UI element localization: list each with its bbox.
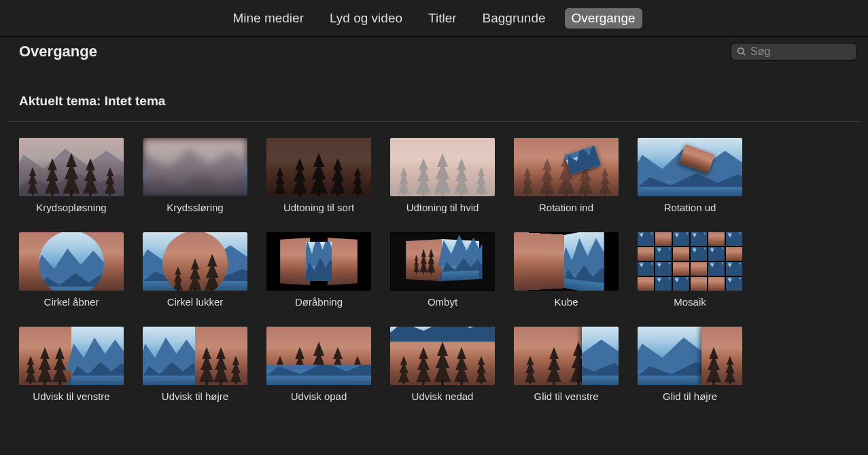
transition-item[interactable]: Mosaik	[638, 232, 742, 308]
transition-item[interactable]: Krydsopløsning	[19, 138, 124, 213]
transition-item[interactable]: Ombyt	[390, 232, 495, 308]
transition-label: Krydsopløsning	[19, 202, 124, 213]
tab-backgrounds[interactable]: Baggrunde	[476, 8, 553, 29]
transition-item[interactable]: Udvisk til venstre	[19, 327, 124, 402]
transition-label: Rotation ind	[514, 202, 619, 213]
transition-thumb	[266, 327, 371, 385]
transition-label: Krydssløring	[143, 202, 247, 213]
transition-thumb	[390, 232, 495, 291]
transition-label: Glid til højre	[638, 390, 742, 402]
transition-label: Udvisk til venstre	[19, 390, 124, 402]
transition-thumb	[638, 138, 742, 196]
transition-thumb	[19, 138, 124, 196]
transition-thumb	[19, 232, 124, 291]
transition-label: Udtoning til hvid	[390, 202, 495, 213]
transition-thumb	[514, 232, 619, 291]
transition-item[interactable]: Udvisk opad	[266, 327, 371, 402]
transition-label: Glid til venstre	[514, 390, 619, 402]
search-icon	[737, 47, 746, 56]
transition-item[interactable]: Glid til højre	[638, 327, 742, 402]
current-theme-label: Aktuelt tema: Intet tema	[0, 67, 868, 121]
transition-label: Mosaik	[638, 296, 742, 308]
transition-label: Udvisk til højre	[143, 390, 247, 402]
browser-subheader: Overgange	[0, 37, 868, 67]
transition-item[interactable]: Krydssløring	[143, 138, 247, 213]
transition-thumb	[143, 327, 247, 385]
transition-label: Cirkel lukker	[143, 296, 247, 308]
transition-thumb	[266, 138, 371, 196]
transition-item[interactable]: Udtoning til hvid	[390, 138, 495, 213]
transition-thumb	[514, 327, 619, 385]
tab-my-media[interactable]: Mine medier	[226, 8, 311, 29]
transition-item[interactable]: Udtoning til sort	[266, 138, 371, 213]
transition-label: Udtoning til sort	[266, 202, 371, 213]
transition-label: Kube	[514, 296, 619, 308]
svg-line-1	[743, 53, 745, 55]
transition-thumb	[514, 138, 619, 196]
media-browser-tabs: Mine medier Lyd og video Titler Baggrund…	[0, 0, 868, 37]
transition-item[interactable]: Udvisk til højre	[143, 327, 247, 402]
transition-item[interactable]: Udvisk nedad	[390, 327, 495, 402]
transition-thumb	[638, 232, 742, 291]
transition-item[interactable]: Glid til venstre	[514, 327, 619, 402]
tab-titles[interactable]: Titler	[421, 8, 464, 29]
transition-label: Døråbning	[266, 296, 371, 308]
search-input[interactable]	[750, 46, 851, 58]
transition-label: Ombyt	[390, 296, 495, 308]
transition-item[interactable]: Rotation ind	[514, 138, 619, 213]
transition-item[interactable]: Kube	[514, 232, 619, 308]
search-field[interactable]	[731, 43, 857, 60]
transition-thumb	[143, 138, 247, 196]
transition-thumb	[143, 232, 247, 291]
transition-thumb	[390, 138, 495, 196]
section-divider	[7, 121, 861, 122]
transitions-grid: Krydsopløsning Krydssløring Udtoning til…	[0, 138, 868, 402]
transition-item[interactable]: Døråbning	[266, 232, 371, 308]
transition-item[interactable]: Cirkel lukker	[143, 232, 247, 308]
transition-thumb	[390, 327, 495, 385]
transition-label: Udvisk opad	[266, 390, 371, 402]
transition-thumb	[19, 327, 124, 385]
tab-audio-video[interactable]: Lyd og video	[323, 8, 409, 29]
tab-transitions[interactable]: Overgange	[565, 8, 642, 29]
transition-label: Udvisk nedad	[390, 390, 495, 402]
transition-item[interactable]: Cirkel åbner	[19, 232, 124, 308]
page-title: Overgange	[19, 43, 97, 60]
transition-label: Rotation ud	[638, 202, 742, 213]
transition-thumb	[266, 232, 371, 291]
transition-item[interactable]: Rotation ud	[638, 138, 742, 213]
transition-label: Cirkel åbner	[19, 296, 124, 308]
transition-thumb	[638, 327, 742, 385]
